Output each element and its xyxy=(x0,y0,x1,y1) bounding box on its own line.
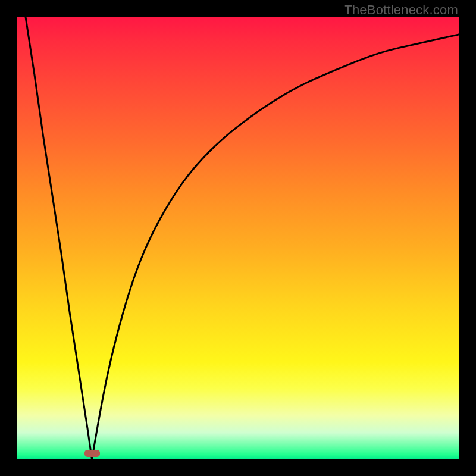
left-branch-path xyxy=(26,17,92,459)
chart-frame: TheBottleneck.com xyxy=(0,0,476,476)
right-branch-path xyxy=(92,35,460,459)
attribution-text: TheBottleneck.com xyxy=(344,2,458,18)
bottleneck-marker xyxy=(84,450,100,457)
plot-area xyxy=(17,17,459,459)
curve-layer xyxy=(17,17,459,459)
